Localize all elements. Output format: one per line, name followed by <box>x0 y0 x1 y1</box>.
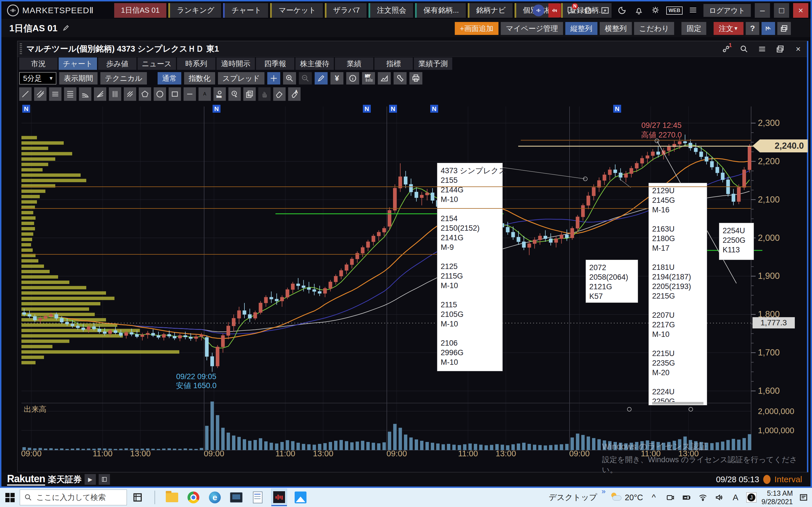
add-screen-button[interactable]: +画面追加 <box>455 22 499 35</box>
link-icon[interactable]: 1 <box>720 43 732 55</box>
vertical-align-button[interactable]: 縦整列 <box>565 22 598 35</box>
printer-button[interactable] <box>409 72 422 84</box>
action-center-icon[interactable] <box>798 492 809 503</box>
wifi-icon[interactable] <box>697 492 709 503</box>
desktop-chevrons[interactable]: » <box>602 487 606 496</box>
zoom-out-button[interactable] <box>299 72 312 84</box>
tab-業績[interactable]: 業績 <box>335 57 373 70</box>
hand-button[interactable] <box>258 87 271 101</box>
hlines-4-button[interactable] <box>64 87 77 101</box>
home-icon[interactable] <box>581 4 595 17</box>
duplicate-window-icon[interactable] <box>774 43 786 55</box>
add-window-icon[interactable] <box>599 4 612 17</box>
period-select[interactable]: 5分足▼ <box>19 72 56 84</box>
multitool-titlebar[interactable]: マルチツール(個別銘柄) 4373 シンプレクスＨＤ 東1 1 <box>17 41 807 57</box>
drag-grip-icon[interactable] <box>20 43 22 55</box>
draw-pencil-button[interactable] <box>315 72 327 84</box>
chrome-icon[interactable] <box>186 489 201 506</box>
tab-株主優待[interactable]: 株主優待 <box>296 57 334 70</box>
tab-適時開示[interactable]: 適時開示 <box>216 57 255 70</box>
fan-lines-button[interactable] <box>94 87 106 101</box>
taskbar-search-input[interactable]: ここに入力して検索 <box>20 490 127 505</box>
alert-bubble-icon[interactable]: N <box>565 4 578 17</box>
minimize-button[interactable]: – <box>755 3 770 18</box>
desktop-toolbar[interactable]: デスクトップ » <box>549 492 606 503</box>
pentagon-button[interactable] <box>139 87 151 101</box>
ime-direct-icon[interactable]: A <box>730 492 741 503</box>
mode-spread-button[interactable]: スプレッド <box>218 72 264 84</box>
rectangle-button[interactable] <box>168 87 181 101</box>
volume-icon[interactable] <box>714 492 725 503</box>
kodawari-button[interactable]: こだわり <box>634 22 674 35</box>
top-tab-1日信AS 01[interactable]: 1日信AS 01 <box>114 3 166 18</box>
statusbar-panel-button[interactable] <box>99 474 110 485</box>
top-tab-ザラバ7[interactable]: ザラバ7 <box>325 3 366 18</box>
mypage-manage-button[interactable]: マイページ管理 <box>501 22 563 35</box>
close-button[interactable]: × <box>793 3 808 18</box>
bell-icon[interactable] <box>632 4 645 17</box>
battery-icon[interactable] <box>681 492 692 503</box>
start-button[interactable] <box>0 488 20 507</box>
tab-市況[interactable]: 市況 <box>19 57 57 70</box>
taskbar-clock[interactable]: 5:13 AM 9/28/2021 <box>762 489 793 506</box>
tab-歩み値[interactable]: 歩み値 <box>98 57 137 70</box>
help-button[interactable]: ? <box>746 22 759 35</box>
menu-icon[interactable] <box>687 4 700 17</box>
eraser-button[interactable] <box>273 87 286 101</box>
display-period-button[interactable]: 表示期間 <box>59 72 98 84</box>
zoom-in-button[interactable] <box>283 72 296 84</box>
tab-指標[interactable]: 指標 <box>374 57 413 70</box>
logout-button[interactable]: ログアウト <box>703 4 751 17</box>
text-a-button[interactable]: A <box>199 87 211 101</box>
web-link-icon[interactable]: WEB <box>666 6 682 15</box>
eraser-all-button[interactable]: A <box>288 87 301 101</box>
close-window-icon[interactable]: × <box>792 43 804 55</box>
tab-ニュース[interactable]: ニュース <box>138 57 176 70</box>
horizontal-align-button[interactable]: 横整列 <box>600 22 632 35</box>
tab-時系列[interactable]: 時系列 <box>177 57 215 70</box>
copy-button[interactable] <box>243 87 256 101</box>
order-button[interactable]: 注文 ▼ <box>714 22 744 35</box>
theme-moon-icon[interactable] <box>615 4 628 17</box>
info-button[interactable] <box>346 72 359 84</box>
tab-チャート[interactable]: チャート <box>59 57 97 70</box>
chart-app-icon[interactable] <box>548 3 561 17</box>
hidden-icons-chevron[interactable]: ^ <box>648 492 659 503</box>
wrench-button[interactable] <box>394 72 407 84</box>
weather-widget[interactable]: 20°C <box>611 493 643 502</box>
camera-icon[interactable] <box>665 492 676 503</box>
hsegment-button[interactable] <box>184 87 196 101</box>
top-tab-保有銘柄...[interactable]: 保有銘柄... <box>415 3 466 18</box>
fib-arc-button[interactable] <box>79 87 91 101</box>
settings-gear-icon[interactable] <box>649 4 662 17</box>
marketspeed-taskbar-icon[interactable] <box>271 489 287 506</box>
icon-stamp-button[interactable]: icon <box>213 87 226 101</box>
maximize-button[interactable]: □ <box>774 3 789 18</box>
window-menu-icon[interactable] <box>756 43 768 55</box>
mode-normal-button[interactable]: 通常 <box>158 72 181 84</box>
statusbar-expand-button[interactable]: ▶ <box>85 474 96 485</box>
marketspeed-app-icon[interactable] <box>532 4 545 16</box>
top-tab-マーケット[interactable]: マーケット <box>270 3 322 18</box>
edge-icon[interactable]: e <box>207 489 223 506</box>
hlines-3-button[interactable] <box>49 87 61 101</box>
task-view-icon[interactable] <box>130 489 146 506</box>
pitchfork-button[interactable] <box>124 87 136 101</box>
vlines-button[interactable] <box>109 87 121 101</box>
notepad-icon[interactable] <box>250 489 266 506</box>
pin-button[interactable]: 固定 <box>681 22 706 35</box>
top-tab-注文照会[interactable]: 注文照会 <box>368 3 413 18</box>
area-chart-button[interactable] <box>378 72 391 84</box>
hatch-line-button[interactable] <box>34 87 47 101</box>
photos-icon[interactable] <box>293 489 308 506</box>
edit-workspace-icon[interactable] <box>62 24 70 33</box>
my-candle-button[interactable]: MY <box>362 72 375 84</box>
file-explorer-icon[interactable] <box>164 489 180 506</box>
technical-button[interactable]: テクニカル <box>100 72 147 84</box>
top-tab-チャート[interactable]: チャート <box>223 3 268 18</box>
plus-tool-button[interactable] <box>267 72 280 84</box>
yen-button[interactable]: ¥ <box>331 72 343 84</box>
tab-業績予測[interactable]: 業績予測 <box>414 57 452 70</box>
top-tab-ランキング[interactable]: ランキング <box>168 3 221 18</box>
quick-order-button[interactable] <box>762 22 775 35</box>
